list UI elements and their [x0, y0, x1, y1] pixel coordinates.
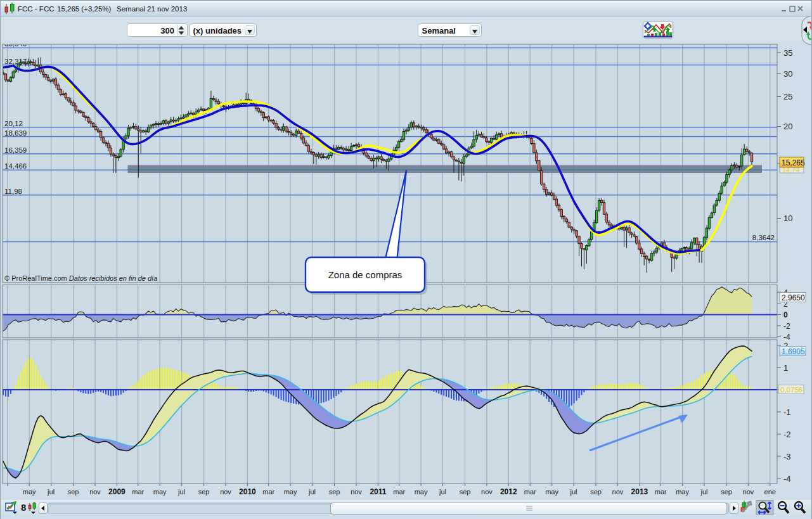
svg-text:sep: sep — [198, 488, 210, 496]
svg-text:8,3642: 8,3642 — [752, 234, 775, 241]
svg-text:10: 10 — [783, 214, 792, 223]
svg-text:8: 8 — [21, 502, 26, 513]
svg-text:nov: nov — [743, 488, 754, 496]
svg-text:nov: nov — [89, 488, 101, 496]
svg-text:nov: nov — [220, 488, 231, 496]
svg-text:2013: 2013 — [631, 487, 648, 496]
svg-text:-2: -2 — [783, 322, 790, 331]
svg-text:jul: jul — [569, 488, 577, 496]
svg-text:jul: jul — [308, 488, 316, 496]
svg-text:20: 20 — [783, 122, 792, 131]
svg-text:35: 35 — [783, 48, 792, 58]
svg-text:0: 0 — [783, 311, 788, 319]
svg-text:sep: sep — [460, 488, 471, 496]
svg-text:may: may — [284, 488, 297, 496]
svg-text:Zona de compras: Zona de compras — [328, 269, 403, 280]
svg-text:mar: mar — [262, 488, 274, 496]
svg-text:-2: -2 — [783, 430, 791, 439]
svg-text:20,12: 20,12 — [4, 120, 23, 127]
svg-text:15,265: 15,265 — [782, 158, 805, 167]
svg-text:-3: -3 — [783, 452, 791, 461]
svg-text:nov: nov — [351, 488, 362, 496]
svg-text:16,359: 16,359 — [4, 146, 27, 154]
svg-text:may: may — [676, 488, 689, 496]
svg-text:0,0756: 0,0756 — [780, 386, 802, 394]
svg-text:sep: sep — [721, 488, 732, 496]
svg-text:1: 1 — [783, 363, 788, 373]
svg-text:nov: nov — [612, 488, 624, 496]
svg-text:2011: 2011 — [370, 487, 386, 496]
svg-text:jul: jul — [700, 488, 707, 496]
svg-text:may: may — [153, 488, 167, 496]
svg-text:mar: mar — [393, 488, 405, 496]
svg-text:© ProRealTime.com Datos recibi: © ProRealTime.com Datos recibidos en fin… — [4, 274, 157, 282]
svg-text:2,9650: 2,9650 — [782, 293, 805, 302]
svg-text:2012: 2012 — [500, 487, 517, 496]
svg-text:mar: mar — [524, 488, 536, 496]
svg-text:sep: sep — [68, 488, 79, 496]
svg-text:1,6905: 1,6905 — [782, 347, 805, 356]
svg-text:ene: ene — [764, 488, 776, 496]
svg-text:25: 25 — [783, 92, 792, 101]
svg-text:jul: jul — [47, 488, 55, 496]
svg-text:may: may — [415, 488, 428, 496]
svg-text:may: may — [23, 488, 36, 496]
svg-text:11,98: 11,98 — [4, 188, 22, 195]
svg-text:30: 30 — [783, 69, 792, 79]
svg-text:nov: nov — [481, 488, 493, 496]
svg-text:18,639: 18,639 — [4, 129, 27, 137]
svg-text:2009: 2009 — [108, 487, 126, 496]
svg-text:jul: jul — [439, 488, 446, 496]
svg-text:2010: 2010 — [239, 487, 256, 496]
svg-text:jul: jul — [177, 488, 185, 496]
svg-text:sep: sep — [329, 488, 340, 496]
svg-text:mar: mar — [132, 488, 144, 496]
svg-text:-4: -4 — [783, 474, 791, 484]
svg-text:14,466: 14,466 — [4, 162, 27, 170]
svg-text:sep: sep — [590, 488, 602, 496]
svg-text:-1: -1 — [783, 407, 791, 417]
svg-text:mar: mar — [655, 488, 667, 496]
svg-text:may: may — [545, 488, 558, 496]
